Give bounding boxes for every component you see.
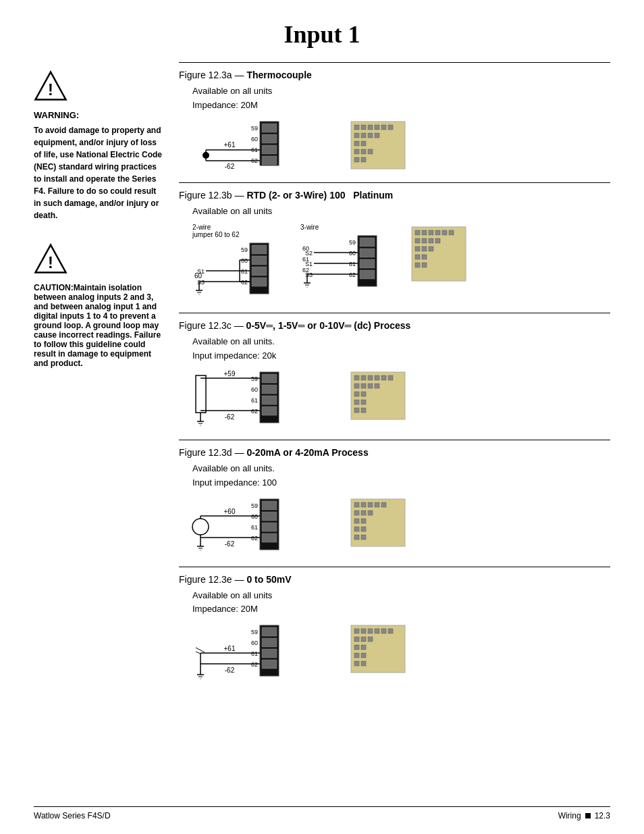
svg-rect-169: [361, 519, 366, 523]
svg-rect-90: [422, 238, 427, 243]
svg-rect-121: [354, 375, 359, 380]
svg-rect-161: [361, 502, 366, 507]
svg-text:61: 61: [251, 397, 258, 404]
svg-rect-172: [354, 535, 359, 540]
wiring-area-d: 59 60 61 62 +60 -62: [192, 496, 610, 556]
svg-rect-102: [262, 385, 277, 394]
svg-rect-126: [388, 375, 393, 380]
svg-rect-200: [381, 629, 386, 633]
svg-rect-31: [361, 141, 366, 146]
svg-rect-86: [435, 230, 440, 235]
svg-text:60: 60: [251, 640, 258, 646]
schematic-c: 59 60 61 62 +59 -62: [192, 369, 327, 429]
svg-text:S3: S3: [197, 279, 205, 286]
svg-rect-96: [422, 255, 427, 259]
figure-section-e: Figure 12.3e — 0 to 50mV Available on al…: [179, 567, 610, 683]
svg-rect-6: [262, 134, 277, 143]
svg-rect-128: [361, 384, 366, 388]
svg-rect-138: [262, 501, 277, 510]
svg-rect-130: [375, 384, 379, 388]
svg-rect-168: [354, 519, 359, 523]
svg-rect-28: [368, 133, 373, 138]
figure-title-a: Figure 12.3a — Thermocouple: [179, 70, 610, 80]
svg-rect-165: [354, 511, 359, 515]
figure-title-c: Figure 12.3c — 0-5V═, 1-5V═ or 0-10V═ (d…: [179, 320, 610, 331]
svg-rect-160: [354, 502, 359, 507]
schematic-d: 59 60 61 62 +60 -62: [192, 496, 327, 556]
svg-rect-178: [262, 660, 277, 669]
figure-section-d: Figure 12.3d — 0-20mA or 4-20mA Process …: [179, 440, 610, 556]
svg-rect-41: [252, 278, 267, 286]
svg-text:59: 59: [251, 502, 258, 509]
svg-rect-196: [354, 629, 359, 633]
svg-rect-7: [262, 145, 277, 154]
svg-text:+61: +61: [224, 645, 236, 652]
svg-rect-140: [262, 523, 277, 531]
svg-rect-202: [354, 637, 359, 642]
svg-text:!: !: [48, 81, 53, 99]
wiring-area-c: 59 60 61 62 +59 -62: [192, 369, 610, 429]
svg-rect-133: [354, 400, 359, 405]
svg-rect-175: [262, 627, 277, 636]
footer: Watlow Series F4S/D Wiring 12.3: [34, 806, 610, 820]
svg-text:62: 62: [349, 271, 356, 278]
svg-rect-8: [262, 156, 277, 165]
svg-text:61: 61: [302, 256, 309, 263]
schematic-b-3wire: 59 60 61 62 S2 60 S1 61: [300, 232, 388, 293]
svg-rect-62: [360, 259, 375, 268]
svg-rect-139: [262, 512, 277, 521]
svg-rect-27: [361, 133, 366, 138]
svg-rect-210: [361, 661, 366, 666]
figure-desc-c: Available on all units.Input impedance: …: [192, 335, 610, 363]
svg-rect-89: [415, 238, 420, 243]
figure-section-a: Figure 12.3a — Thermocouple Available on…: [179, 62, 610, 172]
main-content: ! WARNING: To avoid damage to property a…: [34, 62, 610, 693]
svg-rect-204: [368, 637, 373, 642]
svg-rect-197: [361, 629, 366, 633]
svg-rect-199: [375, 629, 379, 633]
svg-rect-20: [354, 125, 359, 130]
left-sidebar: ! WARNING: To avoid damage to property a…: [34, 62, 165, 693]
svg-rect-163: [375, 502, 379, 507]
svg-rect-136: [361, 408, 366, 413]
svg-rect-170: [354, 527, 359, 531]
figure-title-d: Figure 12.3d — 0-20mA or 4-20mA Process: [179, 447, 610, 458]
svg-rect-129: [368, 384, 373, 388]
svg-text:61: 61: [251, 524, 258, 531]
svg-text:!: !: [48, 254, 53, 271]
svg-rect-35: [354, 157, 359, 162]
svg-rect-26: [354, 133, 359, 138]
right-content: Figure 12.3a — Thermocouple Available on…: [179, 62, 610, 693]
footer-section: Wiring: [558, 811, 581, 820]
board-e: [348, 622, 408, 676]
svg-rect-123: [368, 375, 373, 380]
svg-rect-32: [354, 149, 359, 154]
svg-rect-176: [262, 638, 277, 647]
svg-rect-173: [361, 535, 366, 540]
svg-text:62: 62: [302, 267, 309, 273]
svg-text:-62: -62: [225, 540, 235, 548]
svg-rect-201: [388, 629, 393, 633]
svg-rect-39: [252, 256, 267, 265]
footer-page: 12.3: [595, 811, 610, 820]
svg-rect-91: [429, 238, 433, 243]
svg-text:62: 62: [251, 661, 258, 668]
svg-text:61: 61: [251, 650, 258, 657]
svg-rect-36: [361, 157, 366, 162]
figure-title-e: Figure 12.3e — 0 to 50mV: [179, 574, 610, 585]
board-c: [348, 369, 408, 423]
svg-text:60: 60: [302, 245, 309, 252]
svg-rect-38: [252, 245, 267, 254]
svg-rect-206: [361, 645, 366, 650]
svg-text:-62: -62: [225, 163, 235, 170]
wiring-area-e: 59 60 61 62 +61 -62: [192, 622, 610, 683]
board-a: [348, 118, 408, 172]
svg-line-193: [196, 648, 205, 652]
svg-text:62: 62: [241, 279, 248, 286]
svg-rect-40: [252, 267, 267, 276]
svg-rect-134: [361, 400, 366, 405]
svg-rect-92: [435, 238, 440, 243]
svg-rect-132: [361, 392, 366, 396]
figure-title-b: Figure 12.3b — RTD (2- or 3-Wire) 100 Pl…: [179, 190, 610, 201]
svg-rect-208: [361, 653, 366, 658]
